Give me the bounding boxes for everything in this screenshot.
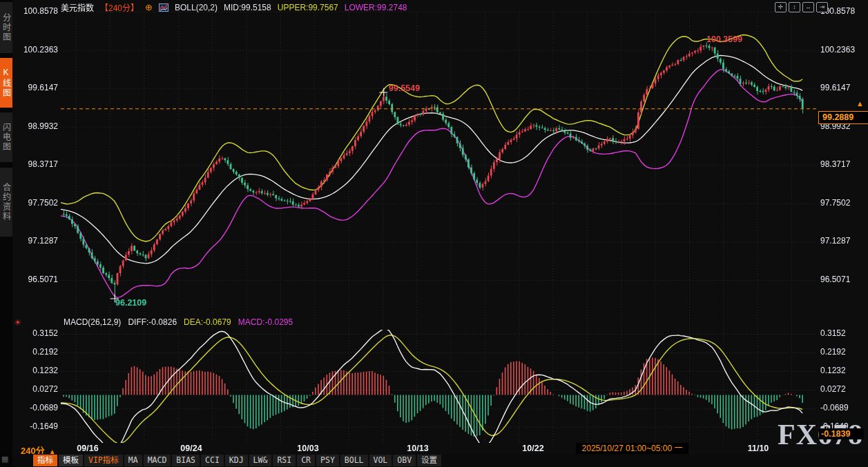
toolbar-button-OBV[interactable]: OBV: [393, 455, 416, 466]
collapse-panel-icon[interactable]: ⇥: [816, 2, 828, 12]
session-high-annotation: 100.3599: [706, 34, 742, 44]
toolbar-button-LW&[interactable]: LW&: [249, 455, 272, 466]
macd-axis-label-left: -0.1649: [15, 421, 58, 431]
zoom-x-axis-icon[interactable]: ↔: [802, 2, 814, 12]
chart-header: 美元指数 【240分】 ⊕ BOLL(20,2) MID:99.5158 UPP…: [61, 1, 407, 13]
date-label-09-16: 09/16: [60, 444, 115, 453]
date-label-10-22: 10/22: [505, 444, 561, 453]
boll-label: BOLL(20,2): [175, 3, 218, 12]
macd-axis-label-left: 0.3152: [15, 328, 58, 338]
toolbar-button-VIP指标[interactable]: VIP指标: [84, 455, 123, 466]
price-axis-label-left: 98.3717: [15, 159, 58, 169]
date-label-10-03: 10/03: [280, 444, 336, 453]
date-label-10-13: 10/13: [390, 444, 445, 453]
boll-upper-value: UPPER:99.7567: [278, 3, 338, 12]
sidebar-tab-4[interactable]: 合约资料: [0, 168, 12, 237]
crosshair-time-box: 2025/10/27 01:00~05:00 一: [576, 443, 688, 454]
toolbar-button-指标[interactable]: 指标: [33, 455, 57, 466]
macd-axis-label-right: 0.2192: [820, 347, 866, 357]
toolbar-button-PSY[interactable]: PSY: [316, 455, 339, 466]
price-axis-label-left: 100.8578: [15, 6, 58, 16]
sidebar-tab-3[interactable]: 闪电图: [0, 112, 12, 162]
toolbar-button-KDJ[interactable]: KDJ: [225, 455, 248, 466]
price-axis-label-left: 97.7502: [15, 198, 58, 208]
macd-name: MACD(26,12,9): [64, 317, 121, 327]
price-axis-label-right: 100.2363: [820, 45, 866, 54]
mini-chart-icon[interactable]: [159, 3, 168, 12]
sidebar-tab-1[interactable]: 分时图: [0, 2, 12, 53]
price-axis-label-left: 98.9932: [15, 121, 58, 131]
macd-axis-label-right: 0.1232: [820, 366, 866, 375]
toolbar-button-BIAS[interactable]: BIAS: [172, 455, 200, 466]
macd-axis-label-right: -0.0689: [820, 403, 866, 413]
toolbar-button-模板[interactable]: 模板: [59, 455, 83, 466]
last-price-box: 99.2889: [818, 111, 868, 124]
candlestick-chart-canvas[interactable]: [0, 0, 868, 467]
price-axis-label-right: 97.7502: [820, 198, 866, 208]
toolbar-button-VOL[interactable]: VOL: [369, 455, 392, 466]
toolbar-button-CCI[interactable]: CCI: [201, 455, 224, 466]
price-axis-label-right: 99.6147: [820, 83, 866, 92]
pan-icon[interactable]: ✛: [775, 2, 787, 12]
macd-axis-label-left: 0.1232: [15, 366, 58, 375]
panel-grid-icon[interactable]: ▦: [1, 455, 8, 464]
macd-dea-value: DEA:-0.0679: [184, 317, 231, 327]
toolbar-button-MACD[interactable]: MACD: [144, 455, 171, 466]
toolbar-button-BOLL[interactable]: BOLL: [340, 455, 368, 466]
macd-axis-label-left: -0.0689: [15, 403, 58, 413]
price-axis-label-right: 97.1287: [820, 236, 866, 246]
price-axis-label-left: 99.6147: [15, 83, 58, 92]
macd-axis-label-left: 0.0272: [15, 384, 58, 394]
macd-diff-value: DIFF:-0.0826: [128, 317, 177, 327]
swing-high-annotation: 99.5549: [389, 83, 420, 93]
kline-chart-window: 分时图K线图闪电图合约资料 ▦ 美元指数 【240分】 ⊕ BOLL(20,2)…: [0, 0, 868, 467]
toolbar-button-CR[interactable]: CR: [297, 455, 315, 466]
toolbar-button-RSI[interactable]: RSI: [273, 455, 296, 466]
price-axis-label-left: 100.2363: [15, 45, 58, 54]
chart-type-sidebar: 分时图K线图闪电图合约资料: [0, 0, 12, 467]
symbol-name: 美元指数: [61, 1, 94, 13]
price-axis-label-right: 98.3717: [820, 159, 866, 169]
window-control-icons: ✛↕↔⇥: [775, 2, 828, 12]
toolbar-button-设置[interactable]: 设置: [417, 455, 441, 466]
price-axis-label-right: 96.5071: [820, 275, 866, 284]
macd-header: MACD(26,12,9) DIFF:-0.0826 DEA:-0.0679 M…: [64, 317, 293, 327]
alert-icon[interactable]: ☀: [14, 317, 22, 328]
macd-current-value-box: -0.1839: [819, 428, 864, 439]
indicator-toolbar: 指标模板VIP指标MAMACDBIASCCIKDJLW&RSICRPSYBOLL…: [12, 454, 868, 467]
boll-lower-value: LOWER:99.2748: [345, 3, 407, 12]
macd-axis-label-right: 0.0272: [820, 384, 866, 394]
add-indicator-icon[interactable]: ⊕: [145, 2, 153, 12]
price-alert-marker-icon[interactable]: ▲: [856, 99, 864, 108]
session-low-annotation: 96.2109: [115, 298, 146, 308]
zoom-y-axis-icon[interactable]: ↕: [789, 2, 800, 12]
macd-axis-label-left: 0.2192: [15, 347, 58, 357]
date-label-09-24: 09/24: [164, 444, 219, 453]
boll-mid-value: MID:99.5158: [224, 3, 271, 12]
macd-axis-label-right: 0.3152: [820, 328, 866, 338]
sidebar-tab-2[interactable]: K线图: [0, 58, 12, 108]
period-tag: 【240分】: [100, 1, 139, 13]
price-axis-label-left: 96.5071: [15, 275, 58, 284]
toolbar-button-MA[interactable]: MA: [124, 455, 142, 466]
macd-value: MACD:-0.0295: [238, 317, 293, 327]
price-axis-label-left: 97.1287: [15, 236, 58, 246]
